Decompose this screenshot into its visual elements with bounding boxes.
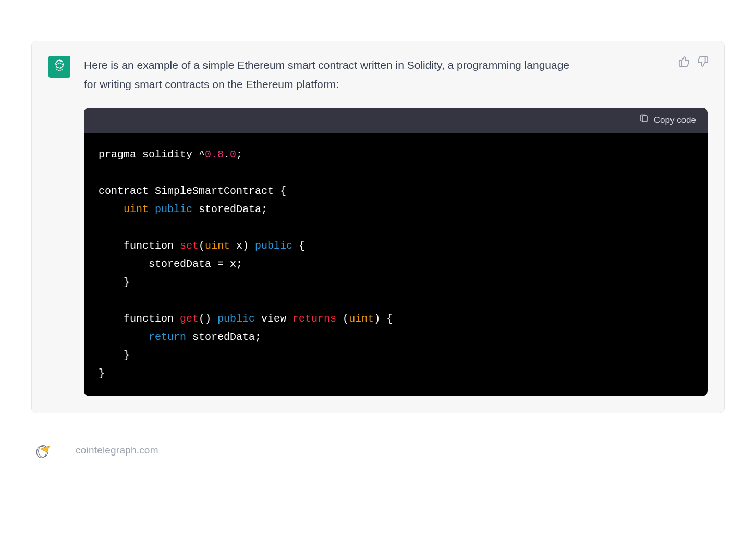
message-content: Here is an example of a simple Ethereum … (84, 56, 708, 396)
thumbs-up-icon (678, 60, 690, 69)
code-block: Copy code pragma solidity ^0.8.0; contra… (84, 108, 708, 396)
copy-code-label: Copy code (654, 115, 696, 126)
chat-message: Here is an example of a simple Ethereum … (31, 41, 725, 413)
attribution-footer: cointelegraph.com (31, 441, 725, 459)
copy-code-button[interactable]: Copy code (639, 114, 696, 126)
openai-logo-icon (52, 58, 67, 75)
code-header: Copy code (84, 108, 708, 133)
thumbs-down-button[interactable] (697, 56, 709, 67)
footer-divider (64, 442, 64, 459)
svg-rect-0 (642, 116, 647, 122)
thumbs-up-button[interactable] (678, 56, 690, 67)
assistant-avatar (48, 56, 70, 78)
clipboard-icon (639, 114, 649, 126)
message-text: Here is an example of a simple Ethereum … (84, 56, 584, 94)
thumbs-down-icon (697, 60, 709, 69)
cointelegraph-logo-icon (34, 441, 52, 459)
attribution-text: cointelegraph.com (76, 445, 158, 456)
feedback-buttons (678, 56, 709, 67)
code-content: pragma solidity ^0.8.0; contract SimpleS… (84, 133, 708, 396)
